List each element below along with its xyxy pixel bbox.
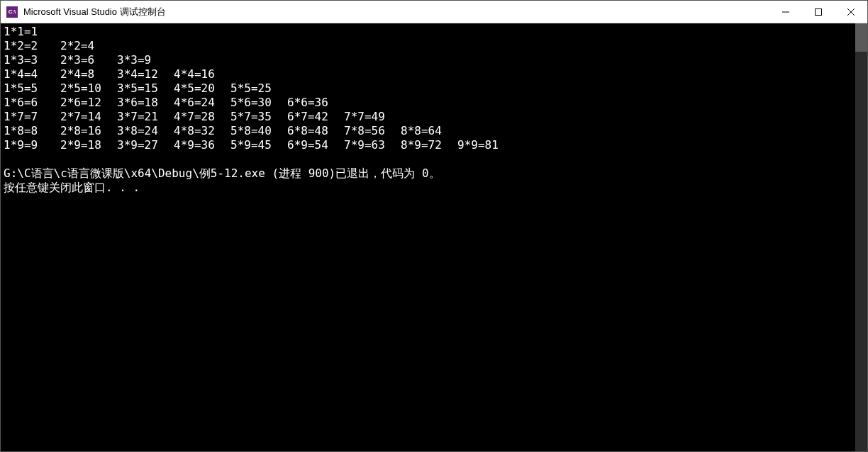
scrollbar-thumb[interactable] [855, 23, 867, 52]
table-cell: 3*5=15 [117, 81, 174, 96]
table-cell: 6*7=42 [287, 110, 344, 124]
console-line: 1*4=42*4=83*4=124*4=16 [4, 67, 852, 81]
table-cell: 1*6=6 [4, 96, 60, 110]
table-cell: 2*9=18 [60, 138, 117, 152]
table-cell: 4*8=32 [174, 124, 230, 138]
close-button[interactable] [835, 1, 867, 23]
vertical-scrollbar[interactable] [855, 23, 867, 451]
table-cell: 5*9=45 [230, 138, 287, 152]
exit-status-line: G:\C语言\c语言微课版\x64\Debug\例5-12.exe (进程 90… [4, 166, 852, 181]
console-output[interactable]: 1*1=11*2=22*2=41*3=32*3=63*3=91*4=42*4=8… [1, 23, 855, 451]
app-icon: C:\ [6, 6, 18, 18]
table-cell: 1*7=7 [4, 110, 60, 124]
table-cell: 9*9=81 [457, 138, 514, 152]
console-line: 1*3=32*3=63*3=9 [4, 53, 852, 67]
table-cell: 2*7=14 [60, 110, 117, 124]
table-cell: 4*4=16 [174, 67, 230, 81]
table-cell: 5*5=25 [230, 81, 287, 96]
console-line: 1*7=72*7=143*7=214*7=285*7=356*7=427*7=4… [4, 110, 852, 124]
table-cell: 2*4=8 [60, 67, 117, 81]
table-cell: 2*8=16 [60, 124, 117, 138]
table-cell: 1*2=2 [4, 39, 60, 53]
table-cell: 3*3=9 [117, 53, 174, 67]
table-cell: 5*8=40 [230, 124, 287, 138]
console-line: 1*8=82*8=163*8=244*8=325*8=406*8=487*8=5… [4, 124, 852, 138]
press-any-key-line: 按任意键关闭此窗口. . . [4, 181, 852, 195]
table-cell: 6*9=54 [287, 138, 344, 152]
table-cell: 3*9=27 [117, 138, 174, 152]
table-cell: 7*9=63 [344, 138, 401, 152]
console-line: 1*2=22*2=4 [4, 39, 852, 53]
console-line: 1*5=52*5=103*5=154*5=205*5=25 [4, 81, 852, 96]
table-cell: 2*3=6 [60, 53, 117, 67]
table-cell: 4*9=36 [174, 138, 230, 152]
maximize-icon [815, 9, 822, 16]
table-cell: 6*8=48 [287, 124, 344, 138]
table-cell: 4*7=28 [174, 110, 230, 124]
close-icon [847, 9, 855, 16]
app-icon-label: C:\ [9, 9, 16, 15]
table-cell: 1*9=9 [4, 138, 60, 152]
console-line: 1*9=92*9=183*9=274*9=365*9=456*9=547*9=6… [4, 138, 852, 152]
table-cell: 5*6=30 [230, 96, 287, 110]
table-cell: 3*6=18 [117, 96, 174, 110]
console-line: 1*6=62*6=123*6=184*6=245*6=306*6=36 [4, 96, 852, 110]
table-cell: 3*7=21 [117, 110, 174, 124]
minimize-button[interactable] [769, 1, 802, 23]
table-cell: 8*9=72 [401, 138, 457, 152]
console-area: 1*1=11*2=22*2=41*3=32*3=63*3=91*4=42*4=8… [1, 23, 867, 451]
table-cell: 5*7=35 [230, 110, 287, 124]
table-cell: 1*1=1 [4, 25, 60, 39]
table-cell: 4*5=20 [174, 81, 230, 96]
window-title: Microsoft Visual Studio 调试控制台 [23, 6, 769, 18]
console-blank-line [4, 152, 852, 166]
table-cell: 1*4=4 [4, 67, 60, 81]
titlebar: C:\ Microsoft Visual Studio 调试控制台 [1, 1, 867, 23]
console-line: 1*1=1 [4, 25, 852, 39]
table-cell: 6*6=36 [287, 96, 344, 110]
table-cell: 3*4=12 [117, 67, 174, 81]
window-controls [769, 1, 867, 23]
table-cell: 2*2=4 [60, 39, 117, 53]
table-cell: 1*8=8 [4, 124, 60, 138]
table-cell: 1*3=3 [4, 53, 60, 67]
svg-rect-1 [816, 9, 822, 15]
table-cell: 3*8=24 [117, 124, 174, 138]
table-cell: 4*6=24 [174, 96, 230, 110]
table-cell: 2*5=10 [60, 81, 117, 96]
table-cell: 7*8=56 [344, 124, 401, 138]
table-cell: 8*8=64 [401, 124, 457, 138]
maximize-button[interactable] [802, 1, 835, 23]
minimize-icon [782, 9, 789, 16]
table-cell: 2*6=12 [60, 96, 117, 110]
table-cell: 1*5=5 [4, 81, 60, 96]
table-cell: 7*7=49 [344, 110, 401, 124]
